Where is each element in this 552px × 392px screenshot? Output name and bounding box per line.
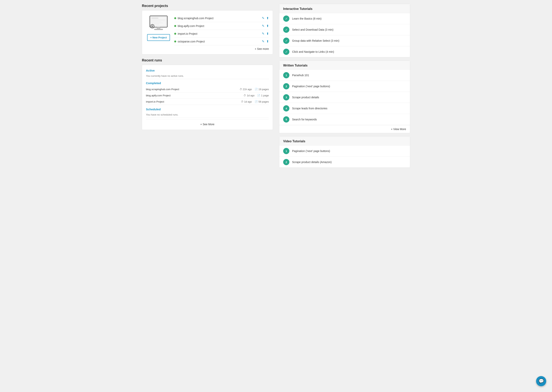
recent-projects-title: Recent projects <box>142 4 273 8</box>
run-name: blog.apify.com Project <box>146 94 171 97</box>
written-tutorial-item[interactable]: 3 Scrape product details <box>279 92 410 103</box>
recent-runs-card: Active You currently have no active runs… <box>142 65 273 130</box>
run-time: ⏱ 21h ago <box>240 88 252 91</box>
active-label: Active <box>146 69 269 72</box>
pages-icon: 📄 <box>257 94 260 97</box>
video-tutorial-item[interactable]: 1 Pagination ('next' page buttons) <box>279 146 410 157</box>
run-meta: ⏱ 1d ago 📄 58 pages <box>241 100 269 103</box>
video-tutorials-section: Video Tutorials 1 Pagination ('next' pag… <box>279 136 410 168</box>
pages-icon: 📄 <box>255 88 258 91</box>
run-meta: ⏱ 1d ago 📄 1 page <box>243 94 269 97</box>
tutorial-number: 2 <box>283 159 289 165</box>
edit-icon[interactable]: ✎ <box>262 40 264 43</box>
tutorial-label: Scrape leads from directories <box>292 107 327 110</box>
tutorial-label: Click and Navigate to Links (4 min) <box>292 50 334 53</box>
tutorial-label: Pagination ('next' page buttons) <box>292 85 330 88</box>
run-item: import.io Project ⏱ 1d ago 📄 58 pages <box>146 99 269 105</box>
edit-icon[interactable]: ✎ <box>262 24 264 28</box>
tutorial-number: 2 <box>283 83 289 89</box>
recent-runs-title: Recent runs <box>142 58 273 63</box>
written-tutorials-section: Written Tutorials 1 Parsehub 101 2 Pagin… <box>279 61 410 133</box>
project-item: blog.apify.com Project ✎ ⬆ <box>174 22 269 30</box>
check-icon: ✓ <box>283 49 289 55</box>
run-time: ⏱ 1d ago <box>243 94 255 97</box>
clock-icon: ⏱ <box>243 94 246 97</box>
check-icon: ✓ <box>283 27 289 33</box>
run-item: blog.scrapinghub.com Project ⏱ 21h ago 📄… <box>146 86 269 92</box>
svg-rect-6 <box>152 23 163 23</box>
edit-icon[interactable]: ✎ <box>262 32 264 35</box>
tutorial-number: 5 <box>283 116 289 123</box>
video-tutorials-title: Video Tutorials <box>279 136 410 146</box>
interactive-tutorials-title: Interactive Tutorials <box>279 4 410 13</box>
scheduled-empty-text: You have no scheduled runs. <box>146 112 269 118</box>
svg-rect-2 <box>152 18 158 19</box>
run-pages: 📄 1 page <box>257 94 269 97</box>
cloud-upload-icon[interactable]: ⬆ <box>266 16 269 20</box>
project-actions: ✎ ⬆ <box>262 40 269 43</box>
active-empty-text: You currently have no active runs. <box>146 74 269 79</box>
project-item: octoparse.com Project ✎ ⬆ <box>174 38 269 45</box>
project-item: import.io Project ✎ ⬆ <box>174 30 269 38</box>
svg-rect-3 <box>152 19 165 20</box>
written-tutorials-title: Written Tutorials <box>279 61 410 70</box>
edit-icon[interactable]: ✎ <box>262 16 264 20</box>
tutorial-number: 4 <box>283 105 289 112</box>
run-pages: 📄 19 pages <box>255 88 269 91</box>
run-name: blog.scrapinghub.com Project <box>146 88 179 91</box>
run-meta: ⏱ 21h ago 📄 19 pages <box>240 88 269 91</box>
new-project-button[interactable]: + New Project <box>147 34 170 41</box>
project-name: import.io Project <box>174 32 197 35</box>
active-dot-icon <box>174 17 176 19</box>
tutorial-label: Pagination ('next' page buttons) <box>292 149 330 153</box>
completed-label: Completed <box>146 81 269 85</box>
cloud-upload-icon[interactable]: ⬆ <box>266 32 269 35</box>
project-item: blog.scrapinghub.com Project ✎ ⬆ <box>174 14 269 22</box>
tutorial-label: Learn the Basics (8 min) <box>292 17 322 20</box>
video-tutorial-item[interactable]: 2 Scrape product details (Amazon) <box>279 157 410 168</box>
project-illustration: + New Project <box>146 14 171 50</box>
project-actions: ✎ ⬆ <box>262 16 269 20</box>
tutorial-label: Select and Download Data (3 min) <box>292 28 333 31</box>
tutorial-label: Scrape product details <box>292 96 319 99</box>
view-more-row: + View More <box>279 125 410 133</box>
project-name: blog.apify.com Project <box>174 24 204 28</box>
svg-line-15 <box>154 25 154 25</box>
clock-icon: ⏱ <box>240 88 242 91</box>
project-name: octoparse.com Project <box>174 40 205 43</box>
written-tutorial-item[interactable]: 1 Parsehub 101 <box>279 70 410 81</box>
tutorial-label: Scrape product details (Amazon) <box>292 161 332 164</box>
projects-see-more-button[interactable]: + See more <box>255 47 269 50</box>
interactive-tutorials-section: Interactive Tutorials ✓ Learn the Basics… <box>279 4 410 57</box>
computer-illustration-icon <box>147 14 170 32</box>
project-actions: ✎ ⬆ <box>262 32 269 35</box>
tutorial-number: 1 <box>283 72 289 78</box>
runs-see-more-row: + See More <box>146 119 269 126</box>
written-tutorial-item[interactable]: 4 Scrape leads from directories <box>279 103 410 114</box>
active-dot-icon <box>174 41 176 42</box>
interactive-tutorial-item: ✓ Group data with Relative Select (3 min… <box>279 35 410 46</box>
svg-rect-5 <box>152 21 161 22</box>
tutorial-label: Group data with Relative Select (3 min) <box>292 39 339 42</box>
see-more-row: + See more <box>174 45 269 50</box>
project-actions: ✎ ⬆ <box>262 24 269 28</box>
svg-rect-4 <box>152 20 165 21</box>
tutorial-number: 1 <box>283 148 289 154</box>
check-icon: ✓ <box>283 38 289 44</box>
scheduled-label: Scheduled <box>146 108 269 111</box>
tutorial-label: Search for keywords <box>292 118 317 121</box>
cloud-upload-icon[interactable]: ⬆ <box>266 24 269 28</box>
svg-rect-9 <box>154 29 163 30</box>
svg-line-14 <box>151 25 151 25</box>
clock-icon: ⏱ <box>241 100 243 103</box>
check-icon: ✓ <box>283 15 289 22</box>
projects-list: blog.scrapinghub.com Project ✎ ⬆ blog.ap… <box>174 14 269 50</box>
active-dot-icon <box>174 25 176 27</box>
cloud-upload-icon[interactable]: ⬆ <box>266 40 269 43</box>
written-tutorial-item[interactable]: 2 Pagination ('next' page buttons) <box>279 81 410 92</box>
interactive-tutorial-item: ✓ Select and Download Data (3 min) <box>279 24 410 35</box>
written-tutorials-view-more-button[interactable]: + View More <box>391 127 406 131</box>
written-tutorial-item[interactable]: 5 Search for keywords <box>279 114 410 125</box>
interactive-tutorial-item: ✓ Click and Navigate to Links (4 min) <box>279 46 410 57</box>
runs-see-more-button[interactable]: + See More <box>200 123 214 126</box>
